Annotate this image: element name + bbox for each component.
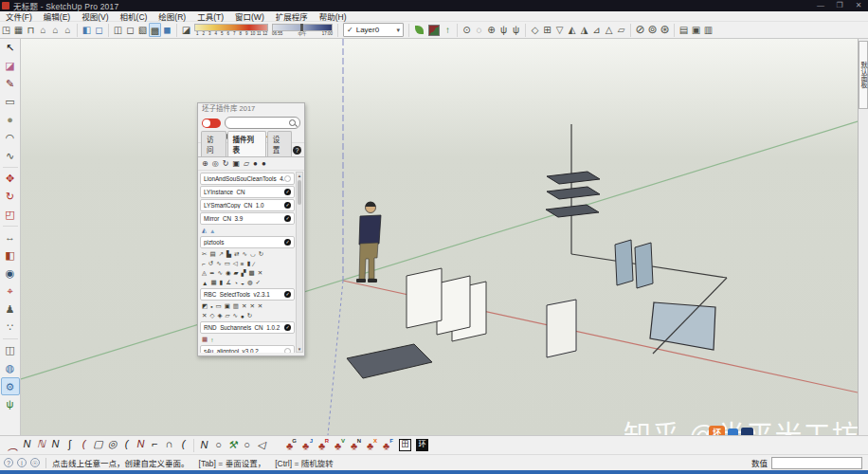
circle-tool[interactable]: ● — [1, 111, 20, 129]
tab-plugin-list[interactable]: 插件列表 — [227, 131, 266, 156]
plugin-list-item[interactable]: Mirror_CN_3.9 ✓ — [200, 212, 295, 225]
info-circle-icon[interactable]: i — [17, 458, 27, 467]
tool-icon[interactable]: ● — [241, 313, 244, 319]
tool-icon[interactable]: ↺ — [208, 260, 213, 267]
tool-icon[interactable]: ◈ — [217, 312, 222, 319]
tool-icon[interactable]: ↻ — [247, 312, 252, 319]
stamp-tool-icon[interactable]: ♣V — [330, 440, 346, 451]
sandbox-tool-icon[interactable]: ψ — [497, 23, 510, 37]
scroll-down-icon[interactable]: ▾ — [297, 346, 302, 352]
scale-figure-person[interactable] — [356, 202, 381, 283]
monochrome-style-icon[interactable]: ◼ — [161, 23, 173, 37]
tool-icon[interactable]: ≃ — [209, 269, 214, 277]
shape-tool-icon[interactable]: ◁ — [254, 439, 268, 451]
tab-visit[interactable]: 访问 — [201, 131, 226, 156]
round-tool-icon[interactable]: ⊘ — [634, 23, 646, 37]
section-plane-tool[interactable]: ◫ — [1, 341, 20, 359]
search-input[interactable] — [226, 118, 289, 128]
curve-tool-icon[interactable]: ∫ — [63, 438, 77, 453]
mountain-icon[interactable]: ◭ — [202, 227, 207, 234]
plugin-list[interactable]: LionAndSouSouCleanTools_4.1 LYInstance_C… — [200, 172, 295, 353]
tape-measure-tool[interactable]: ↔ — [1, 228, 20, 246]
tool-icon[interactable]: ◡ — [250, 250, 256, 258]
large-blue-plane[interactable] — [650, 278, 727, 354]
right-view-icon[interactable]: ⌂ — [49, 23, 62, 37]
layer-dropdown[interactable]: ✓ Layer0 ▾ — [343, 23, 404, 37]
close-button[interactable]: ✕ — [849, 0, 868, 11]
tool-icon[interactable]: ∿ — [217, 269, 222, 277]
panel-scrollbar[interactable]: ▴ ▾ — [296, 172, 303, 353]
stamp-tool-icon[interactable]: ♣J — [298, 440, 314, 451]
plugin-list-item[interactable]: LYInstance_CN ✓ — [200, 186, 295, 198]
eraser-tool[interactable]: ◪ — [1, 57, 20, 75]
freehand-tool[interactable]: ∿ — [1, 147, 20, 165]
sandbox-tool-icon[interactable]: ψ — [510, 23, 522, 37]
tool-icon[interactable]: ▱ — [225, 312, 229, 319]
menu-item-draw[interactable]: 绘图(R) — [153, 10, 191, 22]
menu-item-window[interactable]: 窗口(W) — [229, 10, 270, 22]
minimize-button[interactable]: — — [811, 0, 830, 11]
menu-item-edit[interactable]: 编辑(E) — [38, 10, 76, 22]
tool-icon[interactable]: ◬ — [202, 269, 207, 277]
shape-tool-icon[interactable]: ⚒ — [226, 439, 240, 451]
menu-item-view[interactable]: 视图(V) — [76, 10, 114, 22]
curve-tool-icon[interactable]: ℕ — [34, 438, 48, 453]
curve-tool-icon[interactable]: ◎ — [105, 438, 119, 453]
shadow-settings-icon[interactable]: ◪ — [180, 23, 192, 37]
top-view-icon[interactable]: ⊓ — [25, 23, 37, 37]
leaf-icon[interactable] — [415, 26, 424, 34]
curve-tool-icon[interactable]: N — [20, 438, 34, 453]
tool-icon[interactable]: ≡ — [241, 261, 244, 267]
tool-icon[interactable]: ∡ — [226, 279, 231, 286]
panel-toggle-switch[interactable] — [202, 118, 221, 128]
paint-bucket-tool[interactable]: ◧ — [1, 246, 20, 264]
dark-tool-icon[interactable]: 环 — [416, 439, 428, 451]
rotate-tool[interactable]: ↻ — [1, 188, 20, 206]
plugin-status-badge[interactable]: ✓ — [284, 215, 291, 222]
tool-icon[interactable]: ↗ — [219, 250, 224, 258]
plugin-status-badge[interactable]: ✓ — [284, 291, 291, 298]
sandbox-tool-icon[interactable]: ⊞ — [541, 23, 553, 37]
tool-icon[interactable]: ✕ — [202, 312, 207, 319]
back-view-icon[interactable]: ⌂ — [62, 23, 74, 37]
plugin-status-badge[interactable]: ✓ — [284, 202, 291, 209]
tool-icon[interactable]: ◒ — [241, 280, 244, 286]
zoom-tool[interactable]: ◉ — [1, 264, 20, 283]
tool-icon[interactable]: ✂ — [202, 250, 207, 258]
tool-icon[interactable]: ▮ — [220, 279, 224, 286]
plugin-status-badge[interactable]: ✓ — [284, 239, 291, 246]
plugin-status-badge[interactable]: ✓ — [284, 324, 291, 331]
tool-icon[interactable]: ∕ — [253, 261, 254, 267]
plugin-list-item[interactable]: LYSmartCopy_CN_1.0 ✓ — [200, 199, 295, 211]
stamp-tool-icon[interactable]: ♣F — [378, 440, 394, 451]
shaded-cube-icon[interactable]: ◧ — [81, 23, 93, 37]
rectangle-tool[interactable]: ▭ — [1, 93, 20, 111]
chevron-down-icon[interactable]: ▾ — [396, 27, 400, 34]
plugin-list-item[interactable]: s4u_aligntool_v3.0.2 — [200, 345, 295, 353]
tool-icon[interactable]: ⇄ — [234, 250, 239, 258]
tool-icon[interactable]: ▙ — [226, 250, 231, 258]
sandbox-tool-icon[interactable]: ▱ — [615, 23, 627, 37]
mid-white-plane[interactable] — [547, 300, 576, 357]
search-box[interactable] — [225, 117, 300, 129]
shadow-month-slider[interactable]: 123456789101112 — [194, 24, 268, 37]
zoom-extents-tool[interactable]: ⌖ — [1, 283, 20, 301]
stamp-tool-icon[interactable]: ♣X — [362, 440, 378, 451]
menu-item-extensions[interactable]: 扩展程序 — [270, 10, 314, 22]
curve-tool-icon[interactable]: ⌐ — [148, 438, 162, 453]
dot-icon-1[interactable]: ● — [253, 159, 258, 168]
curve-tool-icon[interactable]: ( — [176, 438, 190, 453]
scroll-up-icon[interactable]: ▴ — [297, 173, 302, 178]
sandbox-tool-icon[interactable]: ◌ — [473, 23, 485, 37]
stamp-tool-icon[interactable]: ♣N — [346, 440, 362, 451]
tool-icon[interactable]: ✕ — [249, 302, 254, 310]
sandbox-tool-icon[interactable]: ◭ — [566, 23, 578, 37]
sandbox-tool-icon[interactable]: ⊿ — [590, 23, 603, 37]
plugin-gear-tool[interactable]: ⚙ — [1, 377, 20, 395]
grid-tool-icon[interactable]: 田 — [399, 439, 411, 451]
tool-icon[interactable]: ▭ — [225, 260, 230, 267]
clean-tool[interactable]: ψ — [1, 395, 20, 413]
curve-tool-icon[interactable]: ( — [77, 438, 91, 453]
line-tool[interactable]: ✎ — [1, 75, 20, 93]
plugin-status-badge[interactable] — [284, 175, 291, 182]
